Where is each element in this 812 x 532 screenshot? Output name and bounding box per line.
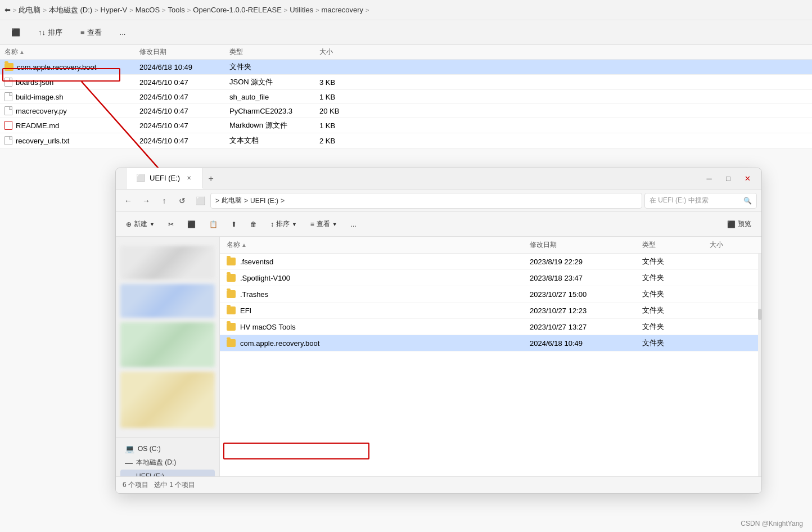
tab-close-btn[interactable]: ✕ bbox=[184, 174, 193, 183]
sidebar-blurred-area bbox=[116, 241, 219, 437]
sidebar-drive-d[interactable]: — 本地磁盘 (D:) bbox=[120, 456, 215, 470]
watermark-text: CSDN @KnightYang bbox=[741, 520, 803, 528]
nav-refresh-btn[interactable]: ↺ bbox=[174, 193, 190, 209]
bg-row-boards[interactable]: boards.json 2024/5/10 0:47 JSON 源文件 3 KB bbox=[0, 75, 812, 90]
bg-col-name[interactable]: 名称 ▲ bbox=[4, 47, 139, 57]
maximize-btn[interactable]: □ bbox=[721, 172, 736, 186]
nav-forward-btn[interactable]: → bbox=[138, 193, 154, 209]
bg-row-recovery-urls[interactable]: recovery_urls.txt 2024/5/10 0:47 文本文档 2 … bbox=[0, 133, 812, 148]
win-col-size[interactable]: 大小 bbox=[710, 240, 755, 250]
more-label: ... bbox=[120, 28, 126, 37]
items-count: 6 个项目 bbox=[123, 480, 148, 490]
selected-count: 选中 1 个项目 bbox=[154, 480, 195, 490]
win-row-hvtools[interactable]: HV macOS Tools 2023/10/27 13:27 文件夹 bbox=[220, 319, 761, 335]
view-btn[interactable]: ≡ 查看 ▼ bbox=[305, 217, 343, 231]
cut-btn[interactable]: ✂ bbox=[163, 218, 179, 231]
doc-icon bbox=[4, 78, 12, 87]
breadcrumb-hyperv[interactable]: Hyper-V bbox=[101, 6, 128, 14]
md-icon bbox=[4, 121, 12, 130]
share-btn[interactable]: ⬆ bbox=[225, 218, 242, 231]
bg-back-btn[interactable]: ⬛ bbox=[7, 26, 25, 39]
new-btn[interactable]: ⊕ 新建 ▼ bbox=[120, 217, 160, 231]
sidebar-drive-c[interactable]: 💻 OS (C:) bbox=[120, 442, 215, 456]
bg-col-type[interactable]: 类型 bbox=[229, 47, 319, 57]
minimize-btn[interactable]: ─ bbox=[702, 172, 716, 186]
win-col-date[interactable]: 修改日期 bbox=[530, 240, 642, 250]
scrollbar-thumb[interactable] bbox=[758, 309, 761, 320]
breadcrumb-macrecovery[interactable]: macrecovery bbox=[322, 6, 363, 14]
preview-btn[interactable]: ⬛ 预览 bbox=[721, 217, 757, 231]
bg-row-macrecovery[interactable]: macrecovery.py 2024/5/10 0:47 PyCharmCE2… bbox=[0, 104, 812, 118]
breadcrumb-utilities[interactable]: Utilities bbox=[290, 6, 313, 14]
sort-btn[interactable]: ↕ 排序 ▼ bbox=[265, 217, 303, 231]
breadcrumb[interactable]: ⬅ > 此电脑 > 本地磁盘 (D:) > Hyper-V > MacOS > … bbox=[0, 0, 812, 20]
paste-btn[interactable]: 📋 bbox=[204, 218, 223, 231]
bg-col-date[interactable]: 修改日期 bbox=[139, 47, 229, 57]
breadcrumb-d[interactable]: 本地磁盘 (D:) bbox=[49, 5, 92, 15]
win-row-fseventsd[interactable]: .fseventsd 2023/8/19 22:29 文件夹 bbox=[220, 254, 761, 270]
more-btn[interactable]: ... bbox=[345, 218, 362, 231]
breadcrumb-macos[interactable]: MacOS bbox=[136, 6, 160, 14]
win-toolbar: ⊕ 新建 ▼ ✂ ⬛ 📋 ⬆ 🗑 ↕ 排序 ▼ ≡ 查看 ▼ ... ⬛ 预览 bbox=[116, 212, 761, 237]
copy-btn[interactable]: ⬛ bbox=[182, 218, 201, 231]
bg-row-buildimage[interactable]: build-image.sh 2024/5/10 0:47 sh_auto_fi… bbox=[0, 90, 812, 104]
breadcrumb-sep: > bbox=[13, 7, 16, 13]
new-chevron: ▼ bbox=[150, 222, 155, 227]
sort-icon: ↕ bbox=[270, 220, 274, 228]
py-icon bbox=[4, 106, 12, 115]
win-row-recovery-boot[interactable]: com.apple.recovery.boot 2024/6/18 10:49 … bbox=[220, 335, 761, 351]
address-drive: UEFI (E:) bbox=[250, 197, 278, 205]
address-sep: > bbox=[215, 197, 219, 205]
search-placeholder: 在 UEFI (E:) 中搜索 bbox=[649, 196, 709, 205]
nav-screen-btn[interactable]: ⬜ bbox=[192, 193, 208, 209]
bg-row-readme[interactable]: README.md 2024/5/10 0:47 Markdown 源文件 1 … bbox=[0, 118, 812, 133]
tab-icon: ⬜ bbox=[136, 174, 145, 182]
win-col-name[interactable]: 名称 ▲ bbox=[227, 240, 530, 250]
address-bar[interactable]: > 此电脑 > UEFI (E:) > bbox=[210, 193, 642, 209]
win-row-trashes[interactable]: .Trashes 2023/10/27 15:00 文件夹 bbox=[220, 286, 761, 303]
bg-file-name-macrecovery: macrecovery.py bbox=[4, 106, 139, 115]
sidebar-drive-e[interactable]: — UEFI (E:) bbox=[120, 470, 215, 476]
folder-icon bbox=[227, 323, 236, 331]
plus-icon: ⊕ bbox=[126, 220, 132, 228]
win-file-header: 名称 ▲ 修改日期 类型 大小 bbox=[220, 237, 761, 254]
folder-icon bbox=[227, 290, 236, 298]
window-titlebar: ⬜ UEFI (E:) ✕ + ─ □ ✕ bbox=[116, 168, 761, 190]
drive-c-icon: 💻 bbox=[125, 444, 134, 453]
folder-icon bbox=[227, 274, 236, 282]
nav-up-btn[interactable]: ↑ bbox=[156, 193, 172, 209]
bg-more-btn[interactable]: ... bbox=[115, 26, 130, 39]
window-controls: ─ □ ✕ bbox=[702, 172, 755, 186]
tab-uefi[interactable]: ⬜ UEFI (E:) ✕ bbox=[127, 168, 203, 189]
sort-icon: ↑↓ bbox=[38, 28, 46, 37]
address-thispc: 此电脑 bbox=[222, 196, 242, 205]
sh-icon bbox=[4, 92, 12, 101]
bg-row-recovery[interactable]: com.apple.recovery.boot 2024/6/18 10:49 … bbox=[0, 60, 812, 75]
tab-bar: ⬜ UEFI (E:) ✕ + bbox=[127, 168, 219, 189]
bg-file-name-recovery: com.apple.recovery.boot bbox=[4, 63, 139, 71]
preview-label: 预览 bbox=[738, 219, 751, 229]
search-bar[interactable]: 在 UEFI (E:) 中搜索 🔍 bbox=[644, 193, 757, 209]
win-row-spotlight[interactable]: .Spotlight-V100 2023/8/18 23:47 文件夹 bbox=[220, 270, 761, 286]
nav-back-btn[interactable]: ← bbox=[120, 193, 136, 209]
bg-toolbar: ⬛ ↑↓ 排序 ≡ 查看 ... bbox=[0, 20, 812, 45]
view-label: 查看 bbox=[317, 219, 330, 229]
minimize-icon: ─ bbox=[706, 174, 711, 183]
breadcrumb-thispc[interactable]: 此电脑 bbox=[19, 5, 40, 15]
bg-col-size[interactable]: 大小 bbox=[319, 47, 364, 57]
win-row-efi[interactable]: EFI 2023/10/27 12:23 文件夹 bbox=[220, 303, 761, 319]
bg-view-btn[interactable]: ≡ 查看 bbox=[76, 25, 106, 40]
breadcrumb-tools[interactable]: Tools bbox=[168, 6, 185, 14]
maximize-icon: □ bbox=[726, 174, 730, 183]
bg-file-name-boards: boards.json bbox=[4, 78, 139, 87]
folder-icon bbox=[227, 339, 236, 347]
sort-label: 排序 bbox=[48, 28, 62, 38]
close-btn[interactable]: ✕ bbox=[740, 172, 755, 186]
breadcrumb-opencore[interactable]: OpenCore-1.0.0-RELEASE bbox=[193, 6, 282, 14]
bg-sort-btn[interactable]: ↑↓ 排序 bbox=[34, 25, 67, 40]
win-col-type[interactable]: 类型 bbox=[642, 240, 710, 250]
delete-btn[interactable]: 🗑 bbox=[245, 218, 263, 231]
win-highlight-box bbox=[223, 443, 369, 459]
scrollbar[interactable] bbox=[758, 237, 761, 476]
tab-add-btn[interactable]: + bbox=[203, 171, 219, 187]
